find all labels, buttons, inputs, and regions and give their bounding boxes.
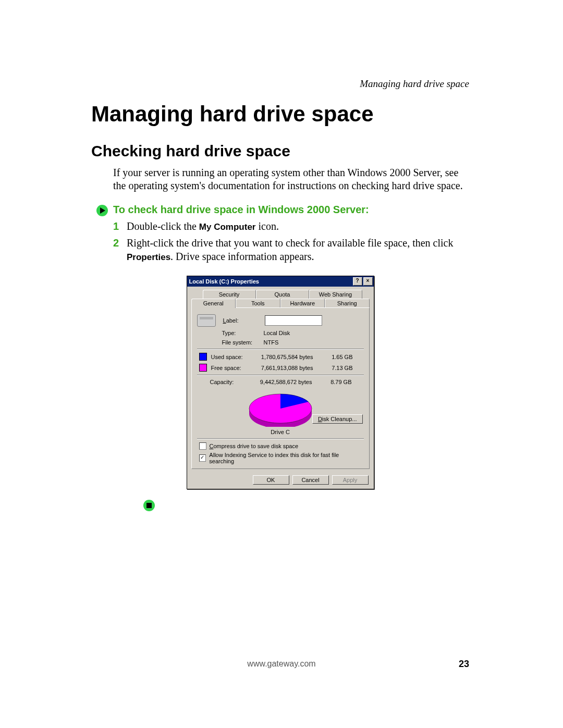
- free-label: Free space:: [211, 365, 251, 371]
- tab-hardware[interactable]: Hardware: [280, 299, 325, 307]
- intro-paragraph: If your server is running an operating s…: [113, 166, 469, 192]
- tab-general[interactable]: General: [191, 299, 236, 308]
- drive-icon: [197, 314, 216, 327]
- filesystem-value: NTFS: [264, 339, 279, 346]
- ok-button[interactable]: OK: [253, 475, 289, 485]
- procedure-arrow-icon: [91, 204, 113, 216]
- label-input[interactable]: [265, 315, 322, 326]
- help-button[interactable]: ?: [353, 277, 362, 286]
- used-swatch: [199, 353, 207, 361]
- tab-panel-general: Label: Type: Local Disk File system: NTF…: [191, 307, 370, 469]
- free-bytes: 7,661,913,088 bytes: [251, 365, 313, 371]
- svg-rect-5: [146, 503, 152, 508]
- running-head: Managing hard drive space: [360, 78, 469, 90]
- step-number: 2: [113, 236, 127, 263]
- filesystem-label: File system:: [220, 339, 264, 346]
- procedure-end-icon: [143, 500, 469, 513]
- compress-checkbox[interactable]: [199, 442, 206, 450]
- tab-tools[interactable]: Tools: [236, 299, 280, 307]
- section-heading: Checking hard drive space: [91, 142, 469, 160]
- disk-cleanup-button[interactable]: Disk Cleanup...: [312, 414, 363, 424]
- type-value: Local Disk: [264, 330, 290, 336]
- pie-label: Drive C: [197, 429, 364, 435]
- capacity-bytes: 9,442,588,672 bytes: [250, 379, 312, 385]
- page-number: 23: [459, 659, 469, 670]
- type-label: Type:: [220, 330, 264, 336]
- tab-sharing[interactable]: Sharing: [325, 299, 370, 307]
- used-bytes: 1,780,675,584 bytes: [251, 354, 313, 360]
- footer-url: www.gateway.com: [0, 659, 563, 669]
- step-text: Right-click the drive that you want to c…: [127, 236, 469, 263]
- indexing-checkbox[interactable]: ✓: [199, 454, 206, 462]
- page-title: Managing hard drive space: [91, 102, 469, 127]
- capacity-gb: 8.79 GB: [312, 379, 352, 385]
- properties-dialog: Local Disk (C:) Properties ? × Security …: [187, 276, 374, 489]
- step-text: Double-click the My Computer icon.: [127, 219, 279, 233]
- label-label: Label:: [221, 317, 265, 324]
- tab-security[interactable]: Security: [203, 290, 256, 299]
- free-gb: 7.13 GB: [313, 365, 353, 371]
- used-label: Used space:: [211, 354, 251, 360]
- procedure-title: To check hard drive space in Windows 200…: [113, 204, 369, 216]
- indexing-label: Allow Indexing Service to index this dis…: [209, 452, 363, 464]
- close-button[interactable]: ×: [363, 277, 373, 286]
- dialog-title: Local Disk (C:) Properties: [189, 278, 259, 285]
- apply-button[interactable]: Apply: [332, 475, 369, 485]
- dialog-titlebar[interactable]: Local Disk (C:) Properties ? ×: [187, 276, 374, 287]
- cancel-button[interactable]: Cancel: [292, 475, 329, 485]
- used-gb: 1.65 GB: [313, 354, 353, 360]
- free-swatch: [199, 364, 207, 372]
- capacity-label: Capacity:: [210, 379, 250, 385]
- step-number: 1: [113, 219, 127, 233]
- tab-web-sharing[interactable]: Web Sharing: [309, 290, 362, 299]
- tab-quota[interactable]: Quota: [256, 290, 309, 299]
- compress-label: Compress drive to save disk space: [210, 443, 299, 449]
